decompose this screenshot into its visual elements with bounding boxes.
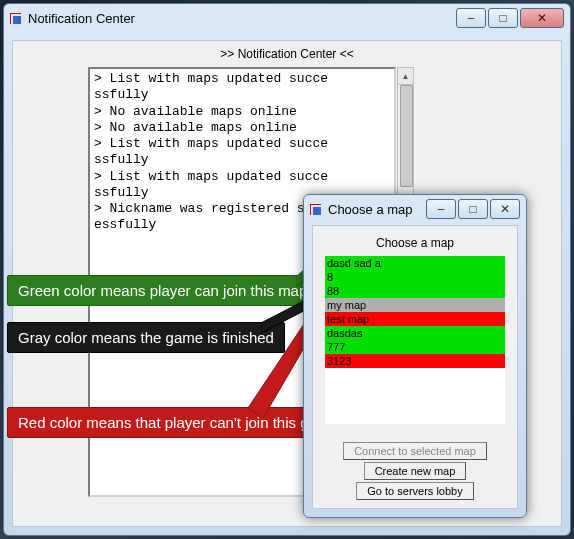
map-listbox[interactable]: dasd sad a888my maptest mapdasdas7773123 xyxy=(325,256,505,424)
scroll-thumb[interactable] xyxy=(400,85,413,187)
map-list-item[interactable]: dasdas xyxy=(325,326,505,340)
map-window-buttons: – □ ✕ xyxy=(426,199,520,219)
map-list-item[interactable]: 8 xyxy=(325,270,505,284)
map-maximize-button[interactable]: □ xyxy=(458,199,488,219)
scroll-up-arrow[interactable]: ▲ xyxy=(398,68,413,85)
titlebar[interactable]: Notification Center – □ ✕ xyxy=(4,4,570,32)
map-button-group: Connect to selected map Create new map G… xyxy=(313,442,517,500)
map-list-item[interactable]: 3123 xyxy=(325,354,505,368)
map-header: Choose a map xyxy=(313,236,517,250)
map-list-item[interactable]: my map xyxy=(325,298,505,312)
maximize-button[interactable]: □ xyxy=(488,8,518,28)
callout-gray: Gray color means the game is finished xyxy=(7,322,285,353)
map-minimize-button[interactable]: – xyxy=(426,199,456,219)
window-title: Notification Center xyxy=(28,11,456,26)
map-list-item[interactable]: test map xyxy=(325,312,505,326)
map-list-item[interactable]: dasd sad a xyxy=(325,256,505,270)
tk-icon xyxy=(310,202,324,216)
tk-icon xyxy=(10,11,24,25)
connect-button[interactable]: Connect to selected map xyxy=(343,442,487,460)
map-close-button[interactable]: ✕ xyxy=(490,199,520,219)
choose-map-window: Choose a map – □ ✕ Choose a map dasd sad… xyxy=(303,194,527,518)
minimize-button[interactable]: – xyxy=(456,8,486,28)
map-list-item[interactable]: 88 xyxy=(325,284,505,298)
desktop: Notification Center – □ ✕ >> Notificatio… xyxy=(0,0,574,539)
map-list-item[interactable]: 777 xyxy=(325,340,505,354)
servers-lobby-button[interactable]: Go to servers lobby xyxy=(356,482,473,500)
notification-header: >> Notification Center << xyxy=(13,47,561,61)
create-map-button[interactable]: Create new map xyxy=(364,462,467,480)
callout-green: Green color means player can join this m… xyxy=(7,275,318,306)
map-window-body: Choose a map dasd sad a888my maptest map… xyxy=(312,225,518,509)
close-button[interactable]: ✕ xyxy=(520,8,564,28)
map-titlebar[interactable]: Choose a map – □ ✕ xyxy=(304,195,526,223)
map-window-title: Choose a map xyxy=(328,202,426,217)
window-buttons: – □ ✕ xyxy=(456,8,564,28)
